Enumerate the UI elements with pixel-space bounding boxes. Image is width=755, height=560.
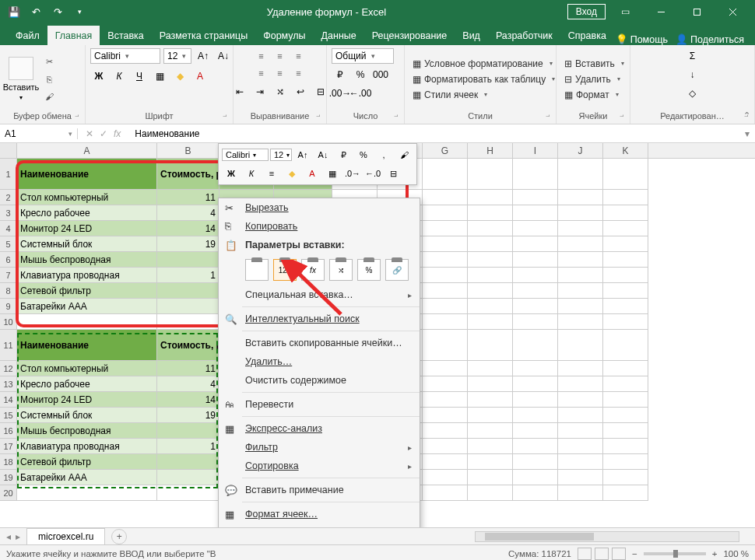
cell[interactable] bbox=[17, 485, 157, 501]
copy-icon[interactable]: ⎘ bbox=[40, 72, 58, 86]
row-header[interactable]: 20 bbox=[0, 485, 17, 501]
border-button[interactable]: ▦ bbox=[151, 68, 168, 84]
mini-format-painter-icon[interactable]: 🖌 bbox=[395, 147, 413, 163]
row-header[interactable]: 14 bbox=[0, 392, 17, 408]
mini-italic-button[interactable]: К bbox=[242, 166, 261, 181]
cell[interactable] bbox=[558, 330, 603, 361]
column-header[interactable]: K bbox=[603, 143, 648, 158]
cell[interactable] bbox=[423, 314, 468, 330]
align-top-icon[interactable]: ≡ bbox=[253, 48, 270, 64]
cell[interactable] bbox=[423, 268, 468, 283]
cell[interactable] bbox=[468, 221, 513, 236]
row-header[interactable]: 12 bbox=[0, 361, 17, 376]
cell[interactable] bbox=[513, 221, 558, 236]
row-header[interactable]: 9 bbox=[0, 299, 17, 314]
cell[interactable]: Клавиатура проводная bbox=[17, 268, 157, 283]
cut-icon[interactable]: ✂ bbox=[40, 55, 58, 69]
increase-indent-icon[interactable]: ⇥ bbox=[251, 84, 269, 100]
cell[interactable] bbox=[513, 454, 558, 470]
cell[interactable] bbox=[468, 439, 513, 454]
cell[interactable] bbox=[468, 283, 513, 299]
cell[interactable] bbox=[423, 330, 468, 361]
cell[interactable] bbox=[513, 299, 558, 314]
cell[interactable]: 4 bbox=[157, 205, 219, 221]
underline-button[interactable]: Ч bbox=[131, 68, 148, 84]
paste-button[interactable]: Вставить ▾ bbox=[5, 52, 37, 107]
cm-sort[interactable]: Сортировка bbox=[219, 457, 420, 475]
cell[interactable] bbox=[423, 283, 468, 299]
cell[interactable] bbox=[513, 236, 558, 252]
cell[interactable] bbox=[468, 299, 513, 314]
cell[interactable] bbox=[423, 252, 468, 268]
tab-review[interactable]: Рецензирование bbox=[364, 26, 455, 45]
delete-cells-button[interactable]: ⊟Удалить bbox=[561, 72, 627, 86]
cell[interactable] bbox=[17, 314, 157, 330]
zoom-in-button[interactable]: + bbox=[712, 549, 718, 558]
paste-transpose-icon[interactable]: ⤭ bbox=[329, 259, 353, 281]
cell[interactable] bbox=[558, 221, 603, 236]
cell[interactable] bbox=[513, 283, 558, 299]
cell[interactable] bbox=[157, 485, 219, 501]
tab-data[interactable]: Данные bbox=[314, 26, 364, 45]
cell[interactable] bbox=[603, 299, 648, 314]
cell[interactable] bbox=[423, 454, 468, 470]
cell[interactable]: 19 bbox=[157, 236, 219, 252]
format-as-table-button[interactable]: ▦Форматировать как таблицу bbox=[409, 72, 558, 86]
cell[interactable]: Системный блок bbox=[17, 236, 157, 252]
maximize-button[interactable] bbox=[680, 0, 713, 23]
cell[interactable] bbox=[157, 283, 219, 299]
mini-inc-decimal-icon[interactable]: .0→ bbox=[343, 166, 362, 181]
row-header[interactable]: 15 bbox=[0, 408, 17, 423]
cell[interactable] bbox=[157, 454, 219, 470]
insert-cells-button[interactable]: ⊞Вставить bbox=[561, 57, 627, 71]
cell[interactable] bbox=[513, 439, 558, 454]
row-header[interactable]: 18 bbox=[0, 454, 17, 470]
font-name-select[interactable]: Calibri bbox=[90, 48, 160, 64]
row-header[interactable]: 6 bbox=[0, 252, 17, 268]
cm-quick-analysis[interactable]: ▦Экспресс-анализ bbox=[219, 419, 420, 438]
row-header[interactable]: 8 bbox=[0, 283, 17, 299]
cell[interactable] bbox=[468, 485, 513, 501]
close-button[interactable] bbox=[716, 0, 749, 23]
cell[interactable] bbox=[468, 361, 513, 376]
cell[interactable]: 14 bbox=[157, 221, 219, 236]
cell[interactable] bbox=[513, 485, 558, 501]
cell[interactable]: Монитор 24 LED bbox=[17, 221, 157, 236]
cell[interactable] bbox=[603, 283, 648, 299]
mini-decrease-font-icon[interactable]: A↓ bbox=[314, 147, 332, 163]
cell[interactable] bbox=[558, 408, 603, 423]
cell-styles-button[interactable]: ▦Стили ячеек bbox=[409, 88, 558, 102]
fx-icon[interactable]: fx bbox=[114, 128, 121, 139]
row-header[interactable]: 19 bbox=[0, 470, 17, 485]
row-header[interactable]: 3 bbox=[0, 205, 17, 221]
italic-button[interactable]: К bbox=[111, 68, 128, 84]
cell[interactable] bbox=[603, 221, 648, 236]
cell[interactable] bbox=[513, 190, 558, 205]
qat-dropdown-icon[interactable]: ▾ bbox=[73, 5, 86, 18]
cm-special-paste[interactable]: Специальная вставка… bbox=[219, 285, 420, 304]
tab-developer[interactable]: Разработчик bbox=[488, 26, 560, 45]
row-header[interactable]: 7 bbox=[0, 268, 17, 283]
cm-delete[interactable]: Удалить… bbox=[219, 352, 420, 371]
cell[interactable] bbox=[468, 392, 513, 408]
cell[interactable] bbox=[468, 205, 513, 221]
share-button[interactable]: 👤Поделиться bbox=[676, 33, 744, 45]
cm-copy[interactable]: ⎘Копировать bbox=[219, 217, 420, 236]
row-header[interactable]: 16 bbox=[0, 423, 17, 439]
column-header[interactable]: J bbox=[558, 143, 603, 158]
tab-file[interactable]: Файл bbox=[8, 26, 47, 45]
cancel-formula-icon[interactable]: ✕ bbox=[86, 128, 93, 139]
font-size-select[interactable]: 12 bbox=[163, 48, 191, 64]
align-center-icon[interactable]: ≡ bbox=[272, 65, 289, 81]
format-painter-icon[interactable]: 🖌 bbox=[40, 89, 58, 103]
mini-dec-decimal-icon[interactable]: ←.0 bbox=[363, 166, 382, 181]
cell[interactable] bbox=[468, 376, 513, 392]
column-header[interactable]: A bbox=[17, 143, 157, 158]
cell[interactable] bbox=[603, 423, 648, 439]
cell[interactable]: Стол компьютерный bbox=[17, 361, 157, 376]
cell[interactable] bbox=[157, 470, 219, 485]
cell[interactable] bbox=[468, 423, 513, 439]
cell[interactable] bbox=[603, 485, 648, 501]
column-header[interactable]: I bbox=[513, 143, 558, 158]
tab-view[interactable]: Вид bbox=[455, 26, 488, 45]
